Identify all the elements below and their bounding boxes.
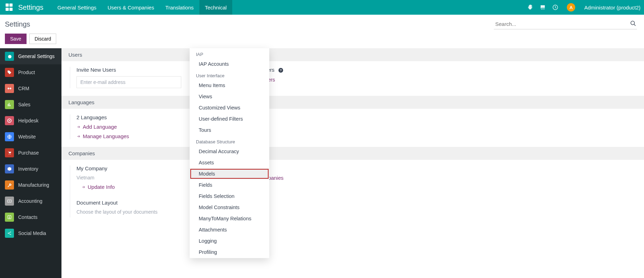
dd-item-models[interactable]: Models	[190, 168, 269, 179]
email-input[interactable]: Enter e-mail address	[76, 76, 181, 88]
svg-point-13	[10, 234, 11, 235]
apps-icon[interactable]	[6, 3, 13, 11]
gear-icon	[5, 52, 14, 61]
dd-item-user-filters[interactable]: User-defined Filters	[190, 113, 269, 124]
clock-icon[interactable]	[552, 4, 558, 10]
sidebar-item-social[interactable]: Social Media	[0, 225, 61, 241]
dd-item-fields[interactable]: Fields	[190, 179, 269, 191]
username[interactable]: Administrator (product2)	[584, 5, 641, 10]
lifebuoy-icon	[5, 116, 14, 125]
manage-languages-text: Manage Languages	[83, 133, 129, 139]
sidebar-item-label: Accounting	[18, 198, 42, 204]
page-title: Settings	[5, 20, 30, 28]
dd-item-assets[interactable]: Assets	[190, 157, 269, 168]
sidebar-item-label: Sales	[18, 102, 30, 107]
sidebar-item-manufacturing[interactable]: Manufacturing	[0, 177, 61, 193]
sidebar-item-sales[interactable]: Sales	[0, 97, 61, 113]
globe-icon	[5, 132, 14, 141]
dropdown-scroll[interactable]: IAP IAP Accounts User Interface Menu Ite…	[190, 48, 269, 258]
menu-users-companies[interactable]: Users & Companies	[102, 0, 160, 15]
svg-point-10	[9, 216, 10, 217]
money-icon	[5, 197, 14, 206]
sidebar-item-label: General Settings	[18, 54, 54, 59]
sidebar-item-label: Purchase	[18, 150, 39, 156]
sidebar-item-helpdesk[interactable]: Helpdesk	[0, 113, 61, 129]
svg-point-11	[8, 233, 8, 234]
menu-technical[interactable]: Technical	[199, 0, 233, 15]
svg-point-6	[10, 154, 11, 155]
arrow-right-icon	[76, 134, 81, 138]
share-icon	[5, 229, 14, 238]
contact-icon	[5, 213, 14, 222]
save-button[interactable]: Save	[5, 34, 27, 44]
svg-point-3	[9, 120, 10, 121]
dd-item-m2m[interactable]: ManyToMany Relations	[190, 213, 269, 224]
search-icon[interactable]	[630, 20, 636, 27]
section-users-heading: Users	[61, 48, 644, 61]
dd-item-customized-views[interactable]: Customized Views	[190, 102, 269, 113]
topbar: Settings General Settings Users & Compan…	[0, 0, 644, 15]
topbar-right: A Administrator (product2)	[527, 3, 641, 12]
dd-item-iap-accounts[interactable]: IAP Accounts	[190, 58, 269, 70]
dd-item-logging[interactable]: Logging	[190, 235, 269, 247]
sidebar-item-label: Manufacturing	[18, 182, 49, 188]
dd-item-attachments[interactable]: Attachments	[190, 224, 269, 235]
dd-item-profiling[interactable]: Profiling	[190, 247, 269, 258]
dd-item-decimal[interactable]: Decimal Accuracy	[190, 146, 269, 157]
menu-translations[interactable]: Translations	[160, 0, 199, 15]
sidebar-item-inventory[interactable]: Inventory	[0, 161, 61, 177]
sidebar-item-label: Inventory	[18, 166, 38, 172]
section-users-body: Invite New Users Enter e-mail address 2 …	[61, 61, 644, 96]
sidebar-item-label: Website	[18, 134, 36, 140]
dd-item-menu-items[interactable]: Menu Items	[190, 80, 269, 91]
svg-point-5	[9, 154, 9, 155]
bug-icon[interactable]	[527, 4, 533, 10]
top-menu: General Settings Users & Companies Trans…	[52, 0, 232, 15]
section-companies-heading: Companies	[61, 147, 644, 160]
sidebar-item-crm[interactable]: CRM	[0, 80, 61, 97]
handshake-icon	[5, 84, 14, 93]
help-icon[interactable]: ?	[278, 67, 284, 73]
cart-icon	[5, 148, 14, 157]
dd-group-db: Database Structure	[190, 136, 269, 146]
technical-dropdown: IAP IAP Accounts User Interface Menu Ite…	[190, 48, 269, 258]
dd-group-ui: User Interface	[190, 70, 269, 80]
dd-item-model-constraints[interactable]: Model Constraints	[190, 202, 269, 213]
sidebar-item-website[interactable]: Website	[0, 129, 61, 145]
menu-general-settings[interactable]: General Settings	[52, 0, 102, 15]
wrench-icon	[5, 180, 14, 190]
avatar[interactable]: A	[567, 3, 575, 12]
svg-text:?: ?	[280, 69, 282, 72]
dd-group-automation: Automation	[190, 258, 269, 258]
dd-item-views[interactable]: Views	[190, 91, 269, 102]
sidebar-item-contacts[interactable]: Contacts	[0, 209, 61, 225]
dd-item-fields-selection[interactable]: Fields Selection	[190, 191, 269, 202]
content: Users Invite New Users Enter e-mail addr…	[61, 48, 644, 278]
sidebar-item-label: Social Media	[18, 230, 46, 236]
box-icon	[5, 164, 14, 173]
svg-point-1	[631, 21, 635, 25]
discard-button[interactable]: Discard	[29, 34, 56, 44]
tag-icon	[5, 68, 14, 77]
dd-item-tours[interactable]: Tours	[190, 124, 269, 136]
action-row: Save Discard	[0, 31, 644, 48]
sidebar-item-product[interactable]: Product	[0, 64, 61, 80]
sidebar-item-general-settings[interactable]: General Settings	[0, 48, 61, 64]
svg-point-12	[10, 231, 11, 232]
svg-point-8	[9, 201, 10, 201]
search-wrap	[494, 19, 637, 29]
subheader: Settings	[0, 15, 644, 31]
sidebar: General Settings Product CRM Sales Helpd…	[0, 48, 61, 278]
sidebar-item-accounting[interactable]: Accounting	[0, 193, 61, 209]
search-input[interactable]	[494, 19, 637, 29]
sidebar-item-purchase[interactable]: Purchase	[0, 145, 61, 161]
sidebar-item-label: Helpdesk	[18, 118, 38, 123]
sidebar-item-label: Contacts	[18, 214, 37, 220]
section-companies-body: My Company Vietnam Update Info Document …	[61, 160, 644, 225]
add-language-text: Add Language	[83, 124, 117, 130]
sidebar-item-label: CRM	[18, 86, 29, 91]
dd-group-iap: IAP	[190, 48, 269, 58]
chat-icon[interactable]	[540, 4, 546, 10]
arrow-right-icon	[81, 185, 86, 189]
section-languages-body: 2 Languages Add Language Manage Language…	[61, 109, 644, 147]
